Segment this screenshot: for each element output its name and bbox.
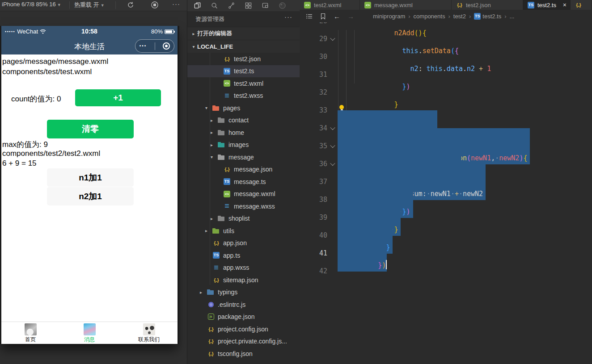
capsule-menu[interactable]: ••• <box>135 39 174 53</box>
file-icon <box>223 178 231 185</box>
test2-path-label: components/test2/test2.wxml <box>2 149 100 158</box>
plus-one-button[interactable]: +1 <box>75 89 161 106</box>
tree-expand-arrow[interactable] <box>205 228 212 233</box>
n2-add-button[interactable]: n2加1 <box>47 187 134 205</box>
phone-tab-item[interactable]: 首页 <box>13 323 48 343</box>
file-icon <box>223 80 231 87</box>
source-control-icon[interactable] <box>228 2 235 9</box>
tree-expand-arrow[interactable] <box>211 216 217 221</box>
hot-reload-toggle[interactable]: 热重载 开▼ <box>74 1 105 9</box>
breadcrumb-item[interactable]: ... <box>510 13 515 20</box>
phone-tab-item[interactable]: 联系我们 <box>131 323 167 343</box>
tree-item[interactable]: message.ts <box>187 176 300 188</box>
file-name: message.ts <box>234 178 266 185</box>
fold-chevron-icon[interactable] <box>327 162 338 166</box>
tree-item[interactable]: typings <box>187 286 300 299</box>
outline-list-icon[interactable] <box>306 13 313 20</box>
code-editor[interactable]: 28 n2Add(){ 29 this.setData({ 30 <box>300 12 592 280</box>
phone-nav-bar: 本地生活 ••• <box>1 38 178 54</box>
stop-icon[interactable] <box>151 1 159 9</box>
tree-item[interactable]: message.wxss <box>187 200 300 213</box>
activity-bar <box>187 0 300 11</box>
tree-item[interactable]: app.json <box>187 237 300 250</box>
capsule-exit-icon[interactable] <box>163 42 170 50</box>
file-name: contact <box>228 117 249 124</box>
breadcrumb-item[interactable]: test2 <box>453 13 474 20</box>
chevron-separator-icon <box>408 13 410 20</box>
npm-ball-icon[interactable] <box>279 2 286 9</box>
editor-tab[interactable]: message.wxml <box>360 0 452 10</box>
close-icon[interactable]: × <box>563 1 567 8</box>
editor-tab[interactable]: test2.wxml <box>300 0 360 10</box>
battery-icon <box>165 29 174 34</box>
device-selector[interactable]: iPhone 6/7/8 85% 16▼ <box>2 1 61 8</box>
tree-expand-arrow[interactable] <box>200 290 207 295</box>
tree-item[interactable]: pages <box>187 102 300 114</box>
file-name: test2.json <box>234 55 261 63</box>
tree-item[interactable]: test2.json <box>187 53 300 65</box>
fold-chevron-icon[interactable] <box>327 144 338 148</box>
breadcrumb-label: ... <box>510 13 515 20</box>
file-icon <box>456 1 463 8</box>
tree-item[interactable]: message.json <box>187 163 300 176</box>
tree-item[interactable]: message <box>187 151 300 163</box>
tree-item[interactable]: contact <box>187 114 300 127</box>
file-icon <box>212 105 220 112</box>
navigate-back-icon[interactable]: ← <box>334 13 340 20</box>
breadcrumb-item[interactable]: components <box>414 13 453 20</box>
extensions-icon[interactable] <box>245 2 252 9</box>
editor-tab[interactable]: test2.ts × <box>523 0 571 10</box>
tree-expand-arrow[interactable] <box>205 105 212 110</box>
tree-expand-arrow[interactable] <box>211 130 217 135</box>
tree-item[interactable]: sitemap.json <box>187 274 300 286</box>
tree-item[interactable]: home <box>187 126 300 139</box>
code-line[interactable]: 42 <box>300 262 592 280</box>
window-layout-icon[interactable] <box>262 2 269 9</box>
editor-tab[interactable]: test2.json <box>452 0 523 10</box>
bookmark-icon[interactable] <box>320 13 326 20</box>
n1-add-button[interactable]: n1加1 <box>47 168 134 187</box>
tree-item[interactable]: tsconfig.json <box>187 347 300 360</box>
file-name: home <box>228 129 244 136</box>
file-name: .eslintrc.js <box>218 301 245 308</box>
navigate-forward-icon[interactable]: → <box>347 13 354 20</box>
lightbulb-icon[interactable] <box>339 105 344 109</box>
clear-button[interactable]: 清零 <box>47 120 134 138</box>
capsule-more-icon[interactable]: ••• <box>140 43 147 49</box>
tree-item[interactable]: app.ts <box>187 249 300 262</box>
tree-expand-arrow[interactable] <box>211 118 217 123</box>
search-icon[interactable] <box>211 2 218 9</box>
tree-item[interactable]: project.config.json <box>187 323 300 335</box>
tree-item[interactable]: test2.ts <box>187 65 300 78</box>
file-name: app.json <box>223 239 247 247</box>
project-root-section[interactable]: ▾ LOCAL_LIFE <box>187 40 300 53</box>
more-menu-icon[interactable]: ··· <box>172 0 180 8</box>
breadcrumb-item[interactable]: miniprogram <box>373 13 414 20</box>
tree-item[interactable]: app.wxss <box>187 262 300 274</box>
file-name: images <box>228 141 249 148</box>
tree-item[interactable]: test2.wxml <box>187 77 300 90</box>
breadcrumb-item[interactable]: test2.ts <box>474 13 509 20</box>
phone-tab-item[interactable]: 消息 <box>72 323 107 343</box>
tree-item[interactable]: package.json <box>187 311 300 323</box>
tree-item[interactable]: shoplist <box>187 213 300 225</box>
fold-chevron-icon[interactable] <box>327 126 338 130</box>
line-number: 42 <box>300 267 327 275</box>
tree-item[interactable]: message.wxml <box>187 188 300 201</box>
tree-item[interactable]: test2.wxss <box>187 90 300 102</box>
tree-item[interactable]: .eslintrc.js <box>187 298 300 311</box>
tree-expand-arrow[interactable] <box>211 142 217 147</box>
tree-item[interactable]: images <box>187 139 300 151</box>
editor-tab[interactable] <box>571 0 592 10</box>
fold-chevron-icon[interactable] <box>327 37 338 41</box>
refresh-icon[interactable] <box>127 1 135 9</box>
tree-item[interactable]: utils <box>187 225 300 237</box>
tree-item[interactable]: project.private.config.js... <box>187 335 300 348</box>
file-icon <box>207 289 215 296</box>
line-number: 38 <box>300 196 327 204</box>
file-icon <box>223 190 231 197</box>
tree-expand-arrow[interactable] <box>211 155 217 159</box>
open-editors-section[interactable]: ▸ 打开的编辑器 <box>187 27 300 40</box>
files-icon[interactable] <box>194 2 201 9</box>
explorer-more-icon[interactable]: ··· <box>284 13 292 21</box>
